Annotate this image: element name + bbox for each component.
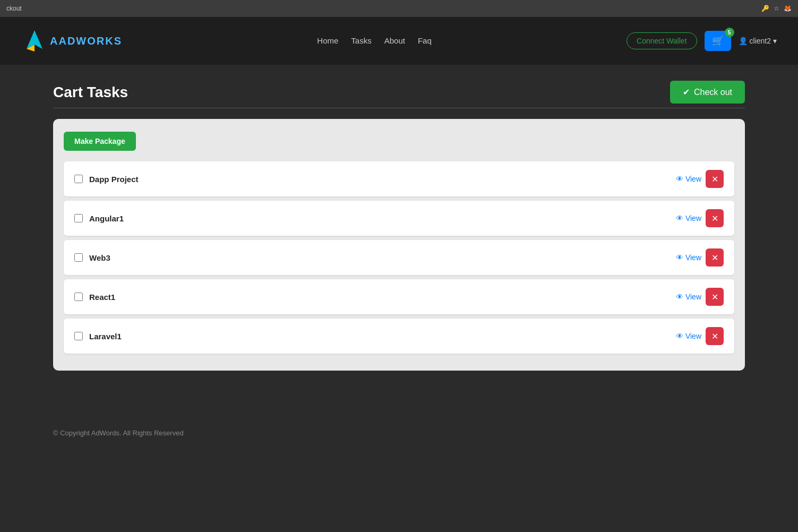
eye-icon: 👁	[676, 253, 683, 262]
cart-item: Laravel1 👁 View ✕	[64, 319, 734, 354]
checkmark-icon: ✔	[683, 87, 690, 97]
user-dropdown-button[interactable]: 👤 client2 ▾	[739, 37, 777, 45]
nav-about[interactable]: About	[384, 36, 405, 45]
user-icon: 👤	[739, 37, 748, 45]
cart-icon: 🛒	[712, 35, 724, 47]
browser-controls: 🔑 ☆ 🦊	[761, 5, 792, 12]
cart-item-name: React1	[89, 293, 115, 302]
view-button[interactable]: 👁 View	[676, 175, 701, 183]
cart-item-checkbox[interactable]	[74, 293, 83, 301]
chevron-down-icon: ▾	[773, 37, 777, 45]
cart-item-right: 👁 View ✕	[676, 288, 724, 306]
page-title: Cart Tasks	[53, 84, 128, 101]
cart-item-checkbox[interactable]	[74, 214, 83, 222]
cart-item: Angular1 👁 View ✕	[64, 201, 734, 236]
cart-items-list: Dapp Project 👁 View ✕ Angular1 👁 View	[64, 161, 734, 354]
view-button[interactable]: 👁 View	[676, 332, 701, 340]
view-label: View	[685, 332, 701, 340]
cart-item: Dapp Project 👁 View ✕	[64, 161, 734, 196]
copyright-text: © Copyright AdWords. All Rights Reserved	[53, 429, 184, 437]
view-button[interactable]: 👁 View	[676, 253, 701, 262]
times-icon: ✕	[711, 331, 718, 341]
cart-item-left: Dapp Project	[74, 175, 139, 184]
navbar: AADWORKS Home Tasks About Faq Connect Wa…	[0, 17, 798, 65]
connect-wallet-button[interactable]: Connect Wallet	[627, 32, 697, 49]
cart-item-left: Laravel1	[74, 332, 122, 341]
cart-item-right: 👁 View ✕	[676, 170, 724, 188]
eye-icon: 👁	[676, 214, 683, 222]
view-label: View	[685, 293, 701, 301]
cart-button[interactable]: 🛒 5	[705, 31, 731, 51]
cart-item-left: React1	[74, 293, 115, 302]
cart-item-name: Angular1	[89, 214, 124, 223]
cart-item-name: Web3	[89, 253, 110, 262]
remove-button[interactable]: ✕	[706, 209, 724, 227]
star-icon: ☆	[774, 5, 779, 12]
cart-item: Web3 👁 View ✕	[64, 240, 734, 275]
browser-bar: ckout 🔑 ☆ 🦊	[0, 0, 798, 17]
times-icon: ✕	[711, 174, 718, 184]
remove-button[interactable]: ✕	[706, 327, 724, 345]
cart-item-name: Laravel1	[89, 332, 122, 341]
nav-links: Home Tasks About Faq	[317, 36, 431, 46]
nav-faq[interactable]: Faq	[418, 36, 432, 45]
eye-icon: 👁	[676, 293, 683, 301]
view-button[interactable]: 👁 View	[676, 214, 701, 222]
eye-icon: 👁	[676, 332, 683, 340]
remove-button[interactable]: ✕	[706, 170, 724, 188]
view-label: View	[685, 253, 701, 262]
main-content: Cart Tasks ✔ Check out Make Package Dapp…	[0, 65, 798, 387]
times-icon: ✕	[711, 292, 718, 302]
cart-item-right: 👁 View ✕	[676, 209, 724, 227]
view-label: View	[685, 175, 701, 183]
user-name: client2	[750, 37, 771, 45]
lock-icon: 🔑	[761, 5, 769, 12]
browser-tab-text: ckout	[6, 5, 22, 12]
view-label: View	[685, 214, 701, 222]
logo-icon	[21, 28, 48, 54]
profile-icon: 🦊	[784, 5, 792, 12]
times-icon: ✕	[711, 253, 718, 263]
cart-item-checkbox[interactable]	[74, 332, 83, 340]
nav-tasks[interactable]: Tasks	[351, 36, 371, 45]
remove-button[interactable]: ✕	[706, 248, 724, 267]
cart-item-checkbox[interactable]	[74, 175, 83, 183]
footer: © Copyright AdWords. All Rights Reserved	[0, 418, 798, 448]
page-header: Cart Tasks ✔ Check out	[53, 81, 745, 104]
cart-item: React1 👁 View ✕	[64, 279, 734, 314]
remove-button[interactable]: ✕	[706, 288, 724, 306]
cart-item-right: 👁 View ✕	[676, 248, 724, 267]
nav-home[interactable]: Home	[317, 36, 338, 45]
logo-text: AADWORKS	[50, 35, 122, 47]
cart-container: Make Package Dapp Project 👁 View ✕ Angul…	[53, 119, 745, 371]
cart-item-left: Web3	[74, 253, 110, 262]
checkout-button[interactable]: ✔ Check out	[670, 81, 745, 104]
cart-item-left: Angular1	[74, 214, 124, 223]
times-icon: ✕	[711, 213, 718, 224]
cart-badge: 5	[725, 28, 734, 37]
eye-icon: 👁	[676, 175, 683, 183]
nav-right: Connect Wallet 🛒 5 👤 client2 ▾	[627, 31, 777, 51]
view-button[interactable]: 👁 View	[676, 293, 701, 301]
cart-item-name: Dapp Project	[89, 175, 139, 184]
logo-link[interactable]: AADWORKS	[21, 28, 122, 54]
make-package-button[interactable]: Make Package	[64, 132, 136, 151]
cart-item-right: 👁 View ✕	[676, 327, 724, 345]
cart-item-checkbox[interactable]	[74, 253, 83, 262]
divider	[53, 108, 745, 108]
